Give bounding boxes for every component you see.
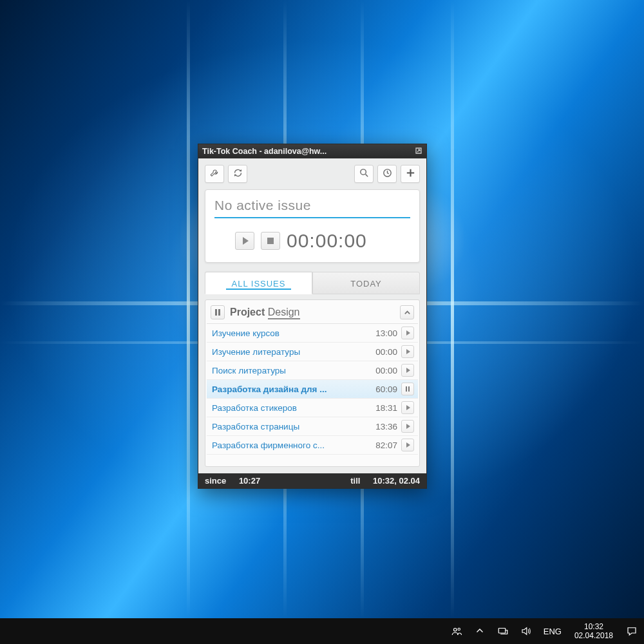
svg-point-0	[360, 169, 366, 175]
issue-play-button[interactable]	[401, 364, 414, 377]
project-link[interactable]: Design	[268, 307, 300, 319]
window-title: Tik-Tok Coach - adanilova@hw...	[202, 147, 327, 156]
group-collapse-button[interactable]	[400, 305, 414, 319]
popout-icon[interactable]	[415, 147, 422, 156]
issue-name[interactable]: Поиск литературы	[212, 366, 363, 375]
issue-time: 82:07	[366, 440, 397, 450]
issue-time: 00:00	[366, 347, 397, 357]
stop-icon	[267, 238, 274, 244]
pause-icon	[406, 386, 410, 392]
issue-row[interactable]: Разработка стикеров18:31	[207, 399, 418, 417]
since-label: since	[205, 476, 226, 486]
clock-time: 10:32	[574, 622, 613, 631]
issue-time: 60:09	[366, 384, 397, 394]
issue-play-button[interactable]	[401, 345, 414, 358]
tray-language[interactable]: ENG	[541, 618, 564, 644]
status-bar: since 10:27 till 10:32, 02.04	[198, 473, 426, 488]
issue-time: 13:36	[366, 422, 397, 431]
timer-value: 00:00:00	[287, 230, 367, 252]
chevron-up-icon	[404, 309, 411, 316]
tray-action-center-icon[interactable]	[623, 618, 640, 644]
settings-button[interactable]	[205, 165, 224, 183]
issue-name[interactable]: Изучение курсов	[212, 328, 363, 338]
issue-name[interactable]: Разработка стикеров	[212, 403, 363, 413]
issue-row[interactable]: Изучение литературы00:00	[207, 343, 418, 361]
issue-play-button[interactable]	[401, 327, 414, 339]
issue-name[interactable]: Разработка страницы	[212, 422, 363, 431]
issue-play-button[interactable]	[401, 439, 414, 451]
history-button[interactable]	[377, 165, 397, 183]
plus-icon	[405, 167, 416, 181]
issues-list: Project Design Изучение курсов13:00Изуче…	[205, 299, 420, 467]
svg-rect-4	[498, 629, 506, 634]
issue-time: 00:00	[366, 366, 397, 375]
tray-network-icon[interactable]	[495, 618, 511, 644]
issue-row[interactable]: Разработка дизайна для ...60:09	[207, 380, 418, 399]
tray-people-icon[interactable]	[448, 618, 465, 644]
play-icon	[243, 237, 249, 245]
windows-taskbar: ENG 10:32 02.04.2018	[0, 618, 644, 644]
issue-name[interactable]: Разработка дизайна для ...	[212, 384, 363, 394]
stop-button[interactable]	[261, 232, 280, 250]
add-button[interactable]	[401, 165, 420, 183]
play-icon	[406, 368, 410, 373]
play-button[interactable]	[235, 232, 254, 250]
wrench-icon	[209, 167, 220, 181]
clock-date: 02.04.2018	[574, 631, 613, 640]
play-icon	[406, 442, 410, 448]
since-value: 10:27	[239, 476, 260, 486]
search-button[interactable]	[354, 165, 374, 183]
toolbar	[205, 165, 420, 183]
issue-row[interactable]: Разработка страницы13:36	[207, 417, 418, 436]
issue-pause-button[interactable]	[401, 383, 414, 395]
till-value: 10:32, 02.04	[373, 476, 420, 486]
issue-play-button[interactable]	[401, 401, 414, 414]
active-issue-title: No active issue	[214, 198, 410, 218]
tray-overflow-icon[interactable]	[471, 618, 488, 644]
tiktok-coach-window: Tik-Tok Coach - adanilova@hw...	[198, 144, 427, 489]
clock-icon	[382, 167, 393, 181]
issue-row[interactable]: Изучение курсов13:00	[207, 324, 418, 343]
play-icon	[406, 405, 410, 410]
refresh-icon	[232, 167, 243, 181]
till-label: till	[350, 476, 360, 486]
tray-clock[interactable]: 10:32 02.04.2018	[571, 618, 617, 644]
search-icon	[359, 167, 370, 181]
svg-point-2	[453, 629, 457, 632]
issue-time: 18:31	[366, 403, 397, 413]
group-label: Project Design	[230, 307, 300, 318]
issue-play-button[interactable]	[401, 420, 414, 433]
issue-row[interactable]: Поиск литературы00:00	[207, 361, 418, 380]
project-group-header: Project Design	[207, 301, 418, 324]
play-icon	[406, 424, 410, 429]
tabs: ALL ISSUES TODAY	[205, 272, 420, 294]
pause-icon	[215, 309, 220, 316]
window-titlebar[interactable]: Tik-Tok Coach - adanilova@hw...	[198, 144, 426, 158]
svg-point-3	[458, 628, 460, 630]
tab-all-issues[interactable]: ALL ISSUES	[205, 272, 312, 294]
tab-today[interactable]: TODAY	[312, 272, 420, 294]
issue-time: 13:00	[366, 328, 397, 338]
group-pause-button[interactable]	[211, 305, 225, 319]
play-icon	[406, 330, 410, 336]
refresh-button[interactable]	[228, 165, 247, 183]
issue-name[interactable]: Разработка фирменного с...	[212, 440, 363, 450]
active-issue-card: No active issue 00:00:00	[205, 189, 420, 263]
play-icon	[406, 349, 410, 354]
tray-volume-icon[interactable]	[518, 618, 535, 644]
issue-name[interactable]: Изучение литературы	[212, 347, 363, 357]
issue-row[interactable]: Разработка фирменного с...82:07	[207, 436, 418, 455]
